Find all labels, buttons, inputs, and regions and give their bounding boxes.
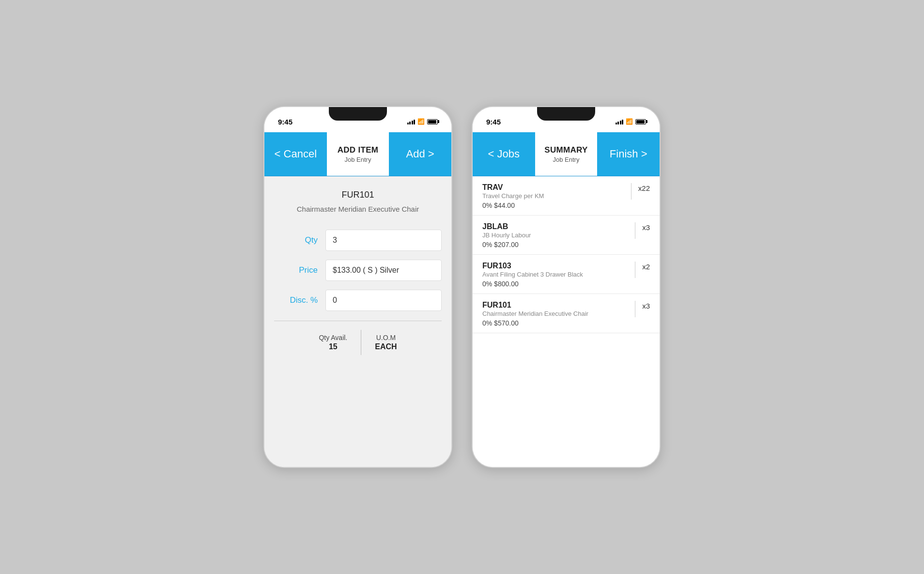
summary-item-code-1: JBLAB	[482, 222, 628, 231]
signal-icon-left	[407, 119, 416, 124]
status-bar-left: 9:45 📶	[264, 107, 451, 132]
notch-left	[329, 107, 387, 121]
qty-avail-value: 15	[319, 342, 347, 351]
header-title-right: SUMMARY Job Entry	[535, 132, 598, 176]
item-code: FUR101	[274, 190, 442, 200]
header-title-left: ADD ITEM Job Entry	[327, 132, 389, 176]
summary-item-qty-1: x3	[642, 222, 650, 232]
status-icons-right: 📶	[616, 118, 647, 125]
add-button[interactable]: Add >	[389, 132, 451, 176]
phones-container: 9:45 📶 < Cancel ADD ITEM Job Entry	[263, 106, 661, 468]
signal-icon-right	[616, 119, 624, 124]
footer-divider	[274, 321, 442, 321]
wifi-icon-left: 📶	[417, 118, 425, 125]
summary-item-left-2: FUR103 Avant Filing Cabinet 3 Drawer Bla…	[482, 262, 628, 278]
notch-right	[537, 107, 595, 121]
summary-item-divider-2	[635, 262, 635, 278]
summary-list-item: FUR103 Avant Filing Cabinet 3 Drawer Bla…	[473, 255, 660, 294]
summary-list-item: JBLAB JB Hourly Labour x3 0% $207.00	[473, 216, 660, 255]
summary-item-left-3: FUR101 Chairmaster Meridian Executive Ch…	[482, 301, 628, 317]
disc-label: Disc. %	[274, 295, 318, 305]
summary-item-code-0: TRAV	[482, 183, 624, 192]
summary-item-left-0: TRAV Travel Charge per KM	[482, 183, 624, 200]
summary-item-top-1: JBLAB JB Hourly Labour x3	[482, 222, 650, 239]
price-row: Price	[274, 260, 442, 281]
qty-avail-block: Qty Avail. 15	[305, 330, 361, 355]
summary-item-left-1: JBLAB JB Hourly Labour	[482, 222, 628, 239]
summary-item-divider-3	[635, 301, 635, 317]
summary-item-qty-3: x3	[642, 301, 650, 310]
summary-item-divider-0	[631, 183, 631, 200]
price-input[interactable]	[325, 260, 442, 281]
status-icons-left: 📶	[407, 118, 438, 125]
summary-item-price-2: 0% $800.00	[482, 280, 650, 288]
battery-icon-right	[635, 119, 646, 124]
summary-item-qty-2: x2	[642, 262, 650, 271]
summary-item-desc-3: Chairmaster Meridian Executive Chair	[482, 310, 628, 317]
summary-item-price-1: 0% $207.00	[482, 241, 650, 248]
summary-list-item: FUR101 Chairmaster Meridian Executive Ch…	[473, 294, 660, 333]
add-item-phone: 9:45 📶 < Cancel ADD ITEM Job Entry	[263, 106, 452, 468]
time-left: 9:45	[278, 118, 293, 126]
uom-block: U.O.M EACH	[361, 330, 410, 355]
qty-label: Qty	[274, 235, 318, 245]
summary-item-top-0: TRAV Travel Charge per KM x22	[482, 183, 650, 200]
header-bar-right: < Jobs SUMMARY Job Entry Finish >	[473, 132, 660, 176]
disc-row: Disc. %	[274, 290, 442, 311]
status-bar-right: 9:45 📶	[473, 107, 660, 132]
summary-item-price-3: 0% $570.00	[482, 319, 650, 327]
qty-input[interactable]	[325, 230, 442, 251]
summary-item-top-2: FUR103 Avant Filing Cabinet 3 Drawer Bla…	[482, 262, 650, 278]
summary-item-desc-0: Travel Charge per KM	[482, 192, 624, 200]
footer-info: Qty Avail. 15 U.O.M EACH	[274, 330, 442, 355]
summary-phone: 9:45 📶 < Jobs SUMMARY Job Entry F	[472, 106, 661, 468]
summary-item-desc-1: JB Hourly Labour	[482, 232, 628, 239]
uom-label: U.O.M	[375, 334, 397, 341]
summary-item-price-0: 0% $44.00	[482, 202, 650, 209]
cancel-button[interactable]: < Cancel	[264, 132, 327, 176]
add-item-content: FUR101 Chairmaster Meridian Executive Ch…	[264, 176, 451, 467]
summary-list-item: TRAV Travel Charge per KM x22 0% $44.00	[473, 176, 660, 216]
jobs-button[interactable]: < Jobs	[473, 132, 535, 176]
summary-content: TRAV Travel Charge per KM x22 0% $44.00 …	[473, 176, 660, 467]
wifi-icon-right: 📶	[626, 118, 633, 125]
time-right: 9:45	[486, 118, 501, 126]
disc-input[interactable]	[325, 290, 442, 311]
summary-item-divider-1	[635, 222, 635, 239]
uom-value: EACH	[375, 342, 397, 351]
item-name: Chairmaster Meridian Executive Chair	[274, 205, 442, 213]
summary-item-code-2: FUR103	[482, 262, 628, 270]
summary-item-qty-0: x22	[638, 183, 650, 192]
summary-item-top-3: FUR101 Chairmaster Meridian Executive Ch…	[482, 301, 650, 317]
price-label: Price	[274, 265, 318, 275]
header-sub-title-left: Job Entry	[345, 156, 371, 163]
header-bar-left: < Cancel ADD ITEM Job Entry Add >	[264, 132, 451, 176]
header-main-title-right: SUMMARY	[544, 145, 587, 155]
battery-icon-left	[427, 119, 438, 124]
qty-row: Qty	[274, 230, 442, 251]
finish-button[interactable]: Finish >	[597, 132, 660, 176]
qty-avail-label: Qty Avail.	[319, 334, 347, 341]
header-sub-title-right: Job Entry	[553, 156, 580, 163]
summary-item-desc-2: Avant Filing Cabinet 3 Drawer Black	[482, 271, 628, 278]
header-main-title-left: ADD ITEM	[338, 145, 379, 155]
summary-item-code-3: FUR101	[482, 301, 628, 310]
